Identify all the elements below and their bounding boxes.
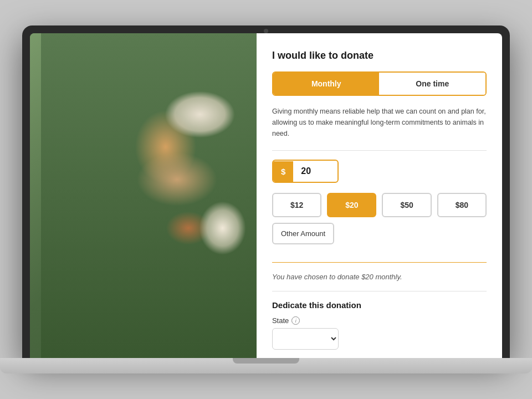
onetime-button[interactable]: One time <box>379 73 485 95</box>
form-title: I would like to donate <box>272 50 487 62</box>
divider-1 <box>272 150 487 151</box>
divider-2 <box>272 291 487 291</box>
state-label-text: State <box>272 316 289 325</box>
dedicate-title: Dedicate this donation <box>272 300 487 310</box>
frequency-toggle: Monthly One time <box>272 71 487 96</box>
monthly-button[interactable]: Monthly <box>273 73 380 95</box>
camera-dot <box>264 29 268 33</box>
background-photo <box>30 33 257 358</box>
amount-display: 20 <box>293 161 319 182</box>
laptop-base <box>0 358 532 374</box>
info-icon: i <box>291 316 300 325</box>
preset-80[interactable]: $80 <box>437 193 487 217</box>
description-text: Giving monthly means reliable help that … <box>272 106 487 139</box>
laptop-container: I would like to donate Monthly One time … <box>0 25 532 374</box>
state-select[interactable]: Alabama Alaska Arizona California Florid… <box>272 328 339 350</box>
other-amount-button[interactable]: Other Amount <box>272 223 334 244</box>
preset-amounts-grid: $12 $20 $50 $80 <box>272 193 487 217</box>
laptop-base-notch <box>233 358 299 364</box>
laptop-screen-bezel: I would like to donate Monthly One time … <box>22 25 510 358</box>
chosen-donation-text: You have chosen to donate $20 monthly. <box>272 273 487 281</box>
amount-input-container: $ 20 <box>272 160 339 183</box>
laptop-screen: I would like to donate Monthly One time … <box>30 33 502 358</box>
bg-gradient <box>30 33 257 358</box>
divider-orange <box>272 262 487 263</box>
preset-50[interactable]: $50 <box>382 193 431 217</box>
currency-symbol: $ <box>273 161 293 182</box>
preset-20[interactable]: $20 <box>327 193 376 217</box>
preset-12[interactable]: $12 <box>272 193 321 217</box>
donation-form-panel: I would like to donate Monthly One time … <box>257 33 502 358</box>
state-label-row: State i <box>272 316 487 325</box>
gloves-overlay <box>30 33 257 358</box>
